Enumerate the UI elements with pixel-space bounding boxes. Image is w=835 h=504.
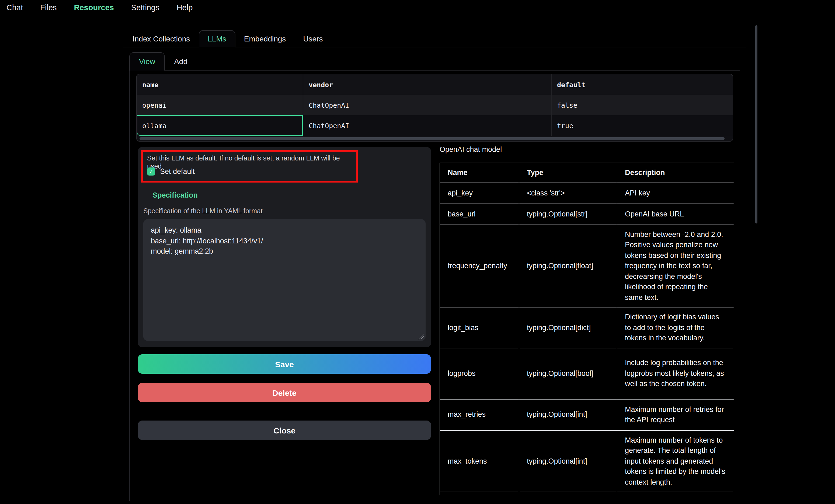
- set-default-row: ✓ Set default: [147, 167, 195, 175]
- model-cell-partial: [617, 492, 734, 496]
- model-cell-type-logit-bias: typing.Optional[dict]: [519, 307, 617, 348]
- llm-table-hscrollbar-thumb[interactable]: [140, 137, 725, 140]
- llm-cell-name-ollama[interactable]: ollama: [137, 115, 303, 136]
- top-navigation: ChatFilesResourcesSettingsHelp: [6, 3, 192, 12]
- llm-cell-default-openai[interactable]: false: [551, 95, 733, 115]
- spec-format-label: Specification of the LLM in YAML format: [143, 207, 263, 215]
- tab-users[interactable]: Users: [294, 31, 331, 47]
- annotation-red-box: Set this LLM as default. If no default i…: [141, 150, 358, 183]
- model-table-row-max-retries: max_retriestyping.Optional[int]Maximum n…: [440, 399, 734, 430]
- resource-tabbar: Index CollectionsLLMsEmbeddingsUsers: [123, 31, 746, 47]
- model-cell-name-max-retries: max_retries: [440, 399, 519, 430]
- llm-table-header-default: default: [551, 74, 733, 95]
- llms-subtabbar: ViewAdd: [129, 53, 740, 70]
- model-cell-type-logprobs: typing.Optional[bool]: [519, 348, 617, 399]
- model-cell-type-max-retries: typing.Optional[int]: [519, 399, 617, 430]
- model-cell-name-logprobs: logprobs: [440, 348, 519, 399]
- model-cell-description-frequency-penalty: Number between -2.0 and 2.0. Positive va…: [617, 225, 734, 307]
- llm-table-header-name: name: [137, 74, 303, 95]
- subtab-view[interactable]: View: [129, 52, 165, 70]
- checkmark-icon: ✓: [149, 169, 154, 174]
- model-cell-name-logit-bias: logit_bias: [440, 307, 519, 348]
- model-table-row-base-url: base_urltyping.Optional[str]OpenAI base …: [440, 204, 734, 225]
- model-table-header-row: NameTypeDescription: [440, 163, 734, 183]
- model-param-table: NameTypeDescriptionapi_key<class 'str'>A…: [440, 163, 734, 496]
- delete-button[interactable]: Delete: [138, 383, 431, 402]
- model-table-row-api-key: api_key<class 'str'>API key: [440, 183, 734, 204]
- model-cell-description-max-retries: Maximum number of retries for the API re…: [617, 399, 734, 430]
- save-button[interactable]: Save: [138, 354, 431, 374]
- model-table-header-type: Type: [519, 163, 617, 183]
- yaml-spec-textarea[interactable]: api_key: ollama base_url: http://localho…: [143, 219, 426, 341]
- model-cell-partial: [440, 492, 519, 496]
- nav-item-resources[interactable]: Resources: [74, 3, 114, 12]
- page-scrollbar-thumb[interactable]: [755, 25, 757, 224]
- model-cell-description-max-tokens: Maximum number of tokens to generate. Th…: [617, 430, 734, 492]
- llm-table-row-ollama[interactable]: ollamaChatOpenAItrue: [137, 115, 733, 136]
- app-window: ChatFilesResourcesSettingsHelp Index Col…: [0, 0, 835, 504]
- model-cell-description-logit-bias: Dictionary of logit bias values to add t…: [617, 307, 734, 348]
- yaml-editor-wrap: api_key: ollama base_url: http://localho…: [143, 219, 426, 341]
- tab-embeddings[interactable]: Embeddings: [236, 31, 295, 47]
- llm-table-row-openai[interactable]: openaiChatOpenAIfalse: [137, 95, 733, 115]
- model-cell-description-logprobs: Include log probabilities on the logprob…: [617, 348, 734, 399]
- model-cell-type-frequency-penalty: typing.Optional[float]: [519, 225, 617, 307]
- tab-index-collections[interactable]: Index Collections: [124, 31, 199, 47]
- nav-item-files[interactable]: Files: [40, 3, 57, 12]
- model-table-row-logprobs: logprobstyping.Optional[bool]Include log…: [440, 348, 734, 399]
- llm-cell-vendor-ollama[interactable]: ChatOpenAI: [303, 115, 551, 136]
- tab-llms[interactable]: LLMs: [199, 30, 235, 47]
- model-table-row-frequency-penalty: frequency_penaltytyping.Optional[float]N…: [440, 225, 734, 307]
- model-table-header-name: Name: [440, 163, 519, 183]
- model-cell-name-base-url: base_url: [440, 204, 519, 225]
- llm-table-header-vendor: vendor: [303, 74, 551, 95]
- set-default-label: Set default: [160, 167, 195, 175]
- model-cell-partial: [519, 492, 617, 496]
- llm-detail-card: Set this LLM as default. If no default i…: [138, 147, 431, 347]
- llm-cell-vendor-openai[interactable]: ChatOpenAI: [303, 95, 551, 115]
- llm-cell-name-openai[interactable]: openai: [137, 95, 303, 115]
- close-button[interactable]: Close: [138, 421, 431, 440]
- model-table-row-logit-bias: logit_biastyping.Optional[dict]Dictionar…: [440, 307, 734, 348]
- model-cell-type-max-tokens: typing.Optional[int]: [519, 430, 617, 492]
- textarea-resize-handle-icon[interactable]: [418, 333, 424, 339]
- model-cell-type-base-url: typing.Optional[str]: [519, 204, 617, 225]
- model-table-partial-row: [440, 492, 734, 496]
- set-default-checkbox[interactable]: ✓: [147, 167, 155, 175]
- model-cell-description-base-url: OpenAI base URL: [617, 204, 734, 225]
- model-cell-description-api-key: API key: [617, 183, 734, 204]
- model-panel-title: OpenAI chat model: [440, 145, 502, 153]
- model-cell-name-api-key: api_key: [440, 183, 519, 204]
- llm-table-hscrollbar: [137, 136, 733, 142]
- llm-cell-default-ollama[interactable]: true: [551, 115, 733, 136]
- llm-table-header-row: namevendordefault: [137, 74, 733, 95]
- model-table-row-max-tokens: max_tokenstyping.Optional[int]Maximum nu…: [440, 430, 734, 492]
- model-table-header-description: Description: [617, 163, 734, 183]
- specification-heading: Specification: [152, 191, 198, 199]
- model-cell-type-api-key: <class 'str'>: [519, 183, 617, 204]
- nav-item-chat[interactable]: Chat: [6, 3, 23, 12]
- nav-item-help[interactable]: Help: [177, 3, 193, 12]
- model-cell-name-max-tokens: max_tokens: [440, 430, 519, 492]
- model-param-table-wrap: NameTypeDescriptionapi_key<class 'str'>A…: [440, 163, 735, 496]
- subtab-add[interactable]: Add: [165, 53, 197, 70]
- nav-item-settings[interactable]: Settings: [131, 3, 160, 12]
- llm-list-table: namevendordefaultopenaiChatOpenAIfalseol…: [136, 74, 733, 142]
- model-cell-name-frequency-penalty: frequency_penalty: [440, 225, 519, 307]
